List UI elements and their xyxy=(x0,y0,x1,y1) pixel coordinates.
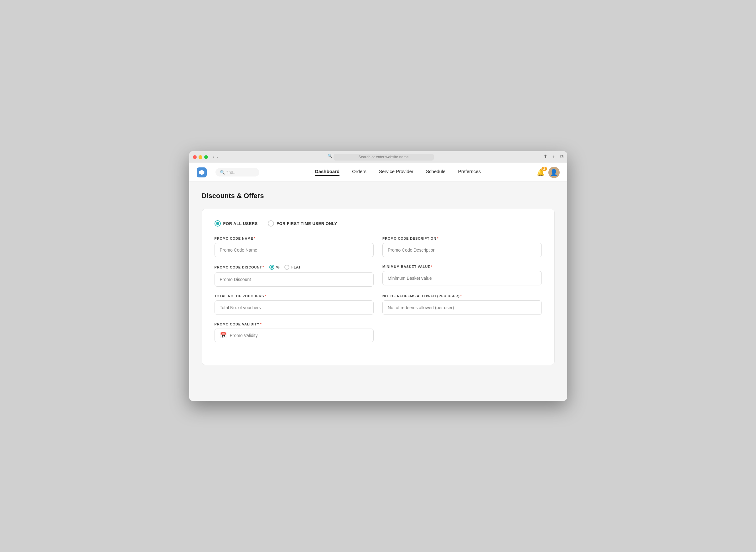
titlebar: ‹ › 🔍 ⬆ ＋ ⧉ xyxy=(189,151,567,163)
date-input-wrapper[interactable]: 📅 xyxy=(215,328,374,342)
new-tab-icon[interactable]: ＋ xyxy=(551,154,556,160)
traffic-lights xyxy=(193,155,208,159)
radio-all-users-label: FOR ALL USERS xyxy=(223,221,258,226)
total-vouchers-group: TOTAL NO. OF VOUCHERS* xyxy=(215,294,374,315)
share-icon[interactable]: ⬆ xyxy=(543,154,547,160)
tabs-icon[interactable]: ⧉ xyxy=(560,154,563,160)
required-star-2: * xyxy=(437,237,438,240)
redeems-per-user-group: NO. OF REDEEMS ALLOWED (PER USER)* xyxy=(383,294,542,315)
required-star-4: * xyxy=(431,265,432,269)
discount-flat-radio xyxy=(284,265,289,270)
promo-code-description-input[interactable] xyxy=(383,243,542,257)
form-card: FOR ALL USERS FOR FIRST TIME USER ONLY P… xyxy=(202,209,555,365)
minimum-basket-group: MINIMUM BASKET VALUE* xyxy=(383,265,542,287)
nav-back-forward: ‹ › xyxy=(213,155,218,159)
notifications-bell[interactable]: 🔔 3 xyxy=(537,169,545,176)
nav-preferences[interactable]: Prefernces xyxy=(458,169,481,176)
close-button[interactable] xyxy=(193,155,197,159)
minimum-basket-label: MINIMUM BASKET VALUE* xyxy=(383,265,542,269)
required-star-3: * xyxy=(263,265,264,269)
promo-discount-input[interactable] xyxy=(215,272,374,287)
promo-discount-group: PROMO CODE DISCOUNT* % FLAT xyxy=(215,265,374,287)
radio-all-users[interactable]: FOR ALL USERS xyxy=(215,220,258,227)
promo-validity-group: PROMO CODE VALIDITY* 📅 xyxy=(215,322,374,342)
calendar-icon: 📅 xyxy=(220,332,227,339)
promo-discount-label: PROMO CODE DISCOUNT* xyxy=(215,265,264,269)
back-icon[interactable]: ‹ xyxy=(213,155,214,159)
redeems-per-user-input[interactable] xyxy=(383,300,542,315)
url-bar[interactable] xyxy=(334,154,434,160)
app-window: ‹ › 🔍 ⬆ ＋ ⧉ 🔍 find.. Dashboard Orders Se… xyxy=(189,151,567,401)
discount-flat-option[interactable]: FLAT xyxy=(284,265,301,270)
required-star-5: * xyxy=(264,294,266,298)
promo-code-name-label: PROMO CODE NAME* xyxy=(215,237,374,240)
form-row-4: PROMO CODE VALIDITY* 📅 xyxy=(215,322,542,342)
user-avatar[interactable]: 👤 xyxy=(548,167,560,178)
titlebar-center: 🔍 xyxy=(220,154,541,160)
search-icon: 🔍 xyxy=(220,170,225,175)
discount-flat-label: FLAT xyxy=(291,265,301,269)
maximize-button[interactable] xyxy=(204,155,208,159)
total-vouchers-input[interactable] xyxy=(215,300,374,315)
form-row-2: PROMO CODE DISCOUNT* % FLAT xyxy=(215,265,542,287)
svg-marker-0 xyxy=(199,170,204,175)
promo-code-description-label: PROMO CODE DESCRIPTION* xyxy=(383,237,542,240)
nav-orders[interactable]: Orders xyxy=(352,169,366,176)
minimum-basket-input[interactable] xyxy=(383,271,542,285)
search-icon: 🔍 xyxy=(328,154,332,160)
notification-badge: 3 xyxy=(541,167,547,171)
promo-validity-label: PROMO CODE VALIDITY* xyxy=(215,322,374,326)
promo-validity-input[interactable] xyxy=(230,333,368,338)
forward-icon[interactable]: › xyxy=(217,155,218,159)
discount-percent-radio xyxy=(269,265,274,270)
radio-all-users-circle xyxy=(215,220,221,227)
required-star-6: * xyxy=(460,294,462,298)
nav-service-provider[interactable]: Service Provider xyxy=(379,169,413,176)
titlebar-actions: ⬆ ＋ ⧉ xyxy=(543,154,563,160)
promo-code-name-group: PROMO CODE NAME* xyxy=(215,237,374,257)
nav-search-box[interactable]: 🔍 find.. xyxy=(215,168,259,176)
minimize-button[interactable] xyxy=(199,155,202,159)
user-filter-group: FOR ALL USERS FOR FIRST TIME USER ONLY xyxy=(215,220,542,227)
radio-first-time-user[interactable]: FOR FIRST TIME USER ONLY xyxy=(268,220,337,227)
app-logo[interactable] xyxy=(197,167,207,177)
navbar: 🔍 find.. Dashboard Orders Service Provid… xyxy=(189,163,567,182)
discount-percent-label: % xyxy=(276,265,280,269)
radio-first-time-circle xyxy=(268,220,274,227)
promo-discount-label-row: PROMO CODE DISCOUNT* % FLAT xyxy=(215,265,374,270)
required-star-7: * xyxy=(260,322,261,326)
nav-right: 🔔 3 👤 xyxy=(537,167,560,178)
required-star: * xyxy=(254,237,255,240)
promo-code-name-input[interactable] xyxy=(215,243,374,257)
main-content: Discounts & Offers FOR ALL USERS FOR FIR… xyxy=(189,182,567,401)
promo-code-description-group: PROMO CODE DESCRIPTION* xyxy=(383,237,542,257)
form-row-1: PROMO CODE NAME* PROMO CODE DESCRIPTION* xyxy=(215,237,542,257)
total-vouchers-label: TOTAL NO. OF VOUCHERS* xyxy=(215,294,374,298)
nav-dashboard[interactable]: Dashboard xyxy=(315,169,339,176)
radio-first-time-label: FOR FIRST TIME USER ONLY xyxy=(277,221,337,226)
form-row-3: TOTAL NO. OF VOUCHERS* NO. OF REDEEMS AL… xyxy=(215,294,542,315)
search-placeholder: find.. xyxy=(227,170,235,175)
nav-links: Dashboard Orders Service Provider Schedu… xyxy=(265,169,531,176)
discount-percent-option[interactable]: % xyxy=(269,265,280,270)
redeems-per-user-label: NO. OF REDEEMS ALLOWED (PER USER)* xyxy=(383,294,542,298)
nav-schedule[interactable]: Schedule xyxy=(426,169,446,176)
page-title: Discounts & Offers xyxy=(202,192,555,200)
